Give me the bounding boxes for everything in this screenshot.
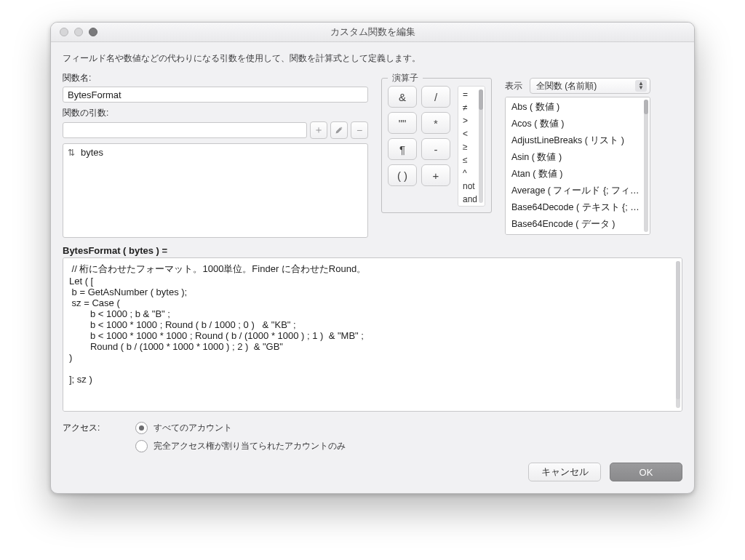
instruction-text: フィールド名や数値などの代わりになる引数を使用して、関数を計算式として定義します… bbox=[63, 52, 682, 65]
op-quote-button[interactable]: "" bbox=[388, 112, 417, 134]
params-list[interactable]: ⇅ bytes bbox=[63, 143, 368, 238]
function-item[interactable]: Asin ( 数値 ) bbox=[506, 149, 650, 166]
op-pilcrow-button[interactable]: ¶ bbox=[388, 138, 417, 160]
dialog-footer: キャンセル OK bbox=[63, 463, 682, 481]
function-item[interactable]: Base64Decode ( テキスト {; 拡張子を… bbox=[506, 199, 650, 216]
access-row: アクセス: すべてのアカウント 完全アクセス権が割り当てられたアカウントのみ bbox=[63, 422, 682, 452]
param-name: bytes bbox=[81, 147, 103, 158]
calculation-text: // 桁に合わせたフォーマット。1000単位。Finder に合わせたRound… bbox=[69, 263, 366, 385]
comparator-scrollbar[interactable] bbox=[479, 89, 483, 203]
op-amp-button[interactable]: & bbox=[388, 86, 417, 108]
dialog-window: カスタム関数を編集 フィールド名や数値などの代わりになる引数を使用して、関数を計… bbox=[50, 22, 695, 494]
functions-view-value: 全関数 (名前順) bbox=[536, 80, 597, 92]
op-minus-button[interactable]: - bbox=[421, 138, 450, 160]
functions-column: 表示 全関数 (名前順) ▲▼ Abs ( 数値 ) Acos ( 数値 ) A… bbox=[505, 72, 650, 238]
function-name-label: 関数名: bbox=[63, 72, 368, 84]
param-row[interactable]: ⇅ bytes bbox=[68, 147, 363, 158]
function-item[interactable]: Atan ( 数値 ) bbox=[506, 166, 650, 183]
function-item[interactable]: AdjustLineBreaks ( リスト ) bbox=[506, 132, 650, 149]
scrollbar-thumb[interactable] bbox=[644, 100, 648, 114]
access-radio-full[interactable]: 完全アクセス権が割り当てられたアカウントのみ bbox=[135, 440, 346, 452]
left-column: 関数名: 関数の引数: ＋ − ⇅ bytes bbox=[63, 72, 368, 238]
operators-legend: 演算子 bbox=[388, 72, 423, 84]
op-plus-button[interactable]: + bbox=[421, 164, 450, 186]
scrollbar-thumb[interactable] bbox=[479, 89, 483, 110]
window-title: カスタム関数を編集 bbox=[51, 25, 694, 39]
arg-remove-button[interactable]: − bbox=[351, 121, 368, 139]
access-label: アクセス: bbox=[63, 422, 135, 434]
window-controls bbox=[51, 28, 97, 36]
arg-edit-button[interactable] bbox=[330, 121, 348, 139]
operator-buttons: & / "" * ¶ - ( ) + bbox=[388, 86, 450, 207]
functions-list[interactable]: Abs ( 数値 ) Acos ( 数値 ) AdjustLineBreaks … bbox=[505, 97, 650, 235]
scrollbar-thumb[interactable] bbox=[676, 261, 680, 399]
function-item[interactable]: Acos ( 数値 ) bbox=[506, 116, 650, 132]
functions-view-select[interactable]: 全関数 (名前順) ▲▼ bbox=[530, 78, 650, 94]
titlebar: カスタム関数を編集 bbox=[51, 23, 694, 42]
radio-icon bbox=[135, 422, 148, 434]
radio-label: すべてのアカウント bbox=[154, 422, 232, 434]
arg-add-button[interactable]: ＋ bbox=[310, 121, 327, 139]
function-item[interactable]: Average ( フィールド {; フィールド...} ) bbox=[506, 183, 650, 199]
function-arg-input[interactable] bbox=[63, 122, 307, 138]
window-minimize-icon[interactable] bbox=[74, 28, 83, 36]
operators-column: 演算子 & / "" * ¶ - ( ) + = ≠ > bbox=[381, 72, 492, 238]
comparator-list[interactable]: = ≠ > < ≥ ≤ ^ not and bbox=[458, 86, 485, 207]
window-zoom-icon[interactable] bbox=[89, 28, 97, 36]
sort-handle-icon: ⇅ bbox=[68, 148, 75, 158]
window-close-icon[interactable] bbox=[60, 28, 68, 36]
function-args-label: 関数の引数: bbox=[63, 107, 368, 119]
function-item[interactable]: Base64Encode ( データ ) bbox=[506, 216, 650, 233]
calc-scrollbar[interactable] bbox=[676, 261, 680, 408]
functions-view-label: 表示 bbox=[505, 80, 530, 92]
function-name-input[interactable] bbox=[63, 87, 368, 103]
operators-fieldset: 演算子 & / "" * ¶ - ( ) + = ≠ > bbox=[381, 78, 492, 213]
radio-label: 完全アクセス権が割り当てられたアカウントのみ bbox=[154, 440, 346, 452]
function-item[interactable]: Base64EncodeRFC ( RFC 番号 ; データ ) bbox=[506, 233, 650, 235]
dialog-content: フィールド名や数値などの代わりになる引数を使用して、関数を計算式として定義します… bbox=[51, 42, 694, 493]
function-signature: BytesFormat ( bytes ) = bbox=[63, 245, 682, 256]
chevron-updown-icon: ▲▼ bbox=[635, 80, 647, 92]
access-radio-all[interactable]: すべてのアカウント bbox=[135, 422, 346, 434]
op-div-button[interactable]: / bbox=[421, 86, 450, 108]
op-paren-button[interactable]: ( ) bbox=[388, 164, 417, 186]
functions-scrollbar[interactable] bbox=[644, 100, 648, 232]
function-item[interactable]: Abs ( 数値 ) bbox=[506, 99, 650, 116]
pencil-icon bbox=[335, 126, 343, 135]
radio-icon bbox=[135, 440, 148, 452]
op-mul-button[interactable]: * bbox=[421, 112, 450, 134]
calculation-editor[interactable]: // 桁に合わせたフォーマット。1000単位。Finder に合わせたRound… bbox=[63, 257, 682, 412]
cancel-button[interactable]: キャンセル bbox=[528, 463, 601, 481]
ok-button[interactable]: OK bbox=[610, 463, 682, 481]
